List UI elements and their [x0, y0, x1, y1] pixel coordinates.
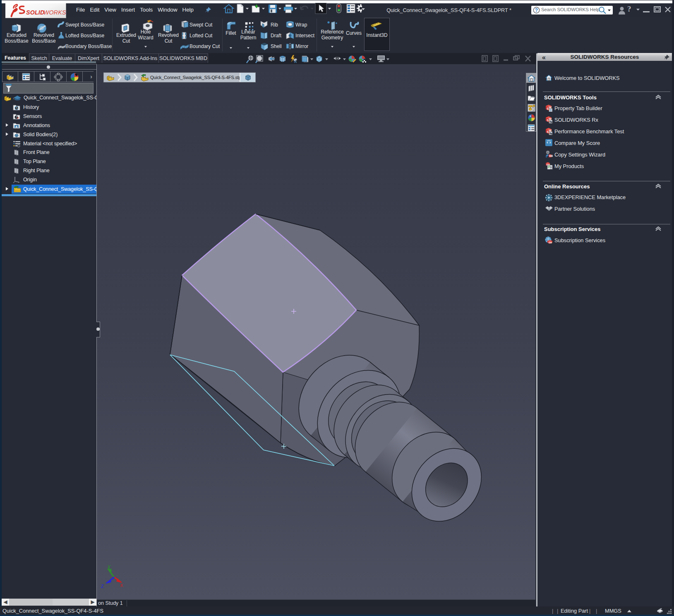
svg-text:Y: Y — [108, 564, 111, 569]
svg-text:?: ? — [535, 7, 538, 13]
svg-text:WORKS: WORKS — [43, 9, 66, 16]
svg-text:SW: SW — [549, 154, 553, 157]
svg-text:X: X — [120, 583, 123, 588]
svg-text:SOLID: SOLID — [26, 9, 44, 16]
svg-text:SW: SW — [548, 241, 552, 244]
svg-text:A: A — [294, 60, 297, 64]
svg-text:Z: Z — [101, 584, 104, 589]
svg-text:A: A — [15, 125, 18, 129]
